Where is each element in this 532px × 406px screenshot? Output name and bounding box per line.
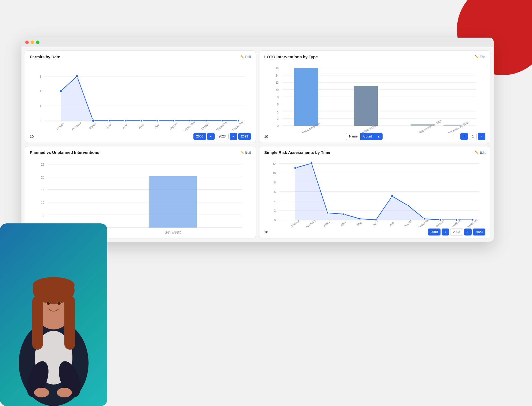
svg-text:May: May [122,123,128,129]
svg-rect-51 [294,68,318,126]
planned-card-header: Planned vs Unplanned Interventions ✏️ Ed… [30,150,251,155]
svg-text:April: April [340,220,346,227]
loto-edit-button[interactable]: ✏️ Edit [475,55,485,59]
traffic-light-close[interactable] [25,41,29,44]
permits-card-header: Permits by Date ✏️ Edit [30,55,251,59]
svg-text:6: 6 [274,190,276,194]
loto-next-button[interactable]: › [478,133,485,140]
svg-text:6: 6 [277,103,279,106]
svg-text:February: February [71,121,82,131]
svg-text:16: 16 [276,66,278,70]
simple-risk-chart-area: 0 2 4 6 8 10 12 [264,156,485,227]
permits-prev-button[interactable]: ‹ [207,133,215,140]
svg-point-11 [92,119,94,122]
permits-controls: 2000 ‹ 2023 › 2023 [193,133,251,140]
svg-point-93 [391,195,393,198]
svg-text:2: 2 [277,117,279,121]
person-container [0,223,107,406]
svg-text:March: March [323,220,331,227]
svg-point-17 [189,120,191,122]
svg-text:July: July [154,123,160,129]
simple-risk-title: Simple Risk Assessments by Time [264,150,330,155]
svg-text:July: July [389,220,394,227]
simple-risk-edit-button[interactable]: ✏️ Edit [475,151,485,154]
svg-point-88 [310,162,313,165]
loto-footer: 10 Name Count ▲ ‹ 1 › [264,133,485,140]
svg-text:August: August [403,219,412,227]
traffic-light-minimize[interactable] [31,41,34,44]
loto-interventions-card: LOTO Interventions by Type ✏️ Edit [259,50,490,143]
svg-point-19 [221,120,223,122]
permits-footer: 10 2000 ‹ 2023 › 2023 [30,133,251,140]
svg-text:20: 20 [41,175,44,179]
simple-risk-year-start-button[interactable]: 2000 [428,229,441,235]
simple-risk-count: 10 [264,230,268,234]
simple-risk-card: Simple Risk Assessments by Time ✏️ Edit [259,146,490,238]
svg-text:December: December [232,121,244,131]
svg-point-12 [108,120,110,122]
svg-text:June: June [138,123,144,129]
svg-point-87 [294,166,296,169]
loto-card-header: LOTO Interventions by Type ✏️ Edit [264,55,485,59]
simple-risk-prev-button[interactable]: ‹ [442,229,449,235]
svg-text:5: 5 [43,213,44,217]
sort-name-button[interactable]: Name [346,133,360,140]
svg-text:8: 8 [277,95,279,99]
permits-title: Permits by Date [30,55,60,59]
svg-point-15 [157,120,159,122]
svg-point-117 [33,277,75,293]
permits-year-start-button[interactable]: 2000 [193,133,206,140]
traffic-light-fullscreen[interactable] [36,41,39,44]
permits-next-button[interactable]: › [230,133,237,140]
svg-rect-116 [64,296,75,350]
person-figure [0,223,107,406]
svg-text:2: 2 [274,209,276,212]
loto-title: LOTO Interventions by Type [264,55,318,59]
loto-page-controls: ‹ 1 › [460,133,485,140]
permits-edit-button[interactable]: ✏️ Edit [240,55,251,59]
svg-text:12: 12 [276,81,278,84]
svg-text:12: 12 [273,162,276,165]
svg-text:January: January [56,121,65,131]
svg-point-13 [124,120,126,122]
svg-text:8: 8 [274,180,276,184]
svg-point-18 [205,120,207,122]
loto-edit-pencil-icon: ✏️ [475,55,479,59]
svg-text:4: 4 [277,110,279,113]
sort-count-button[interactable]: Count [360,133,375,140]
sort-direction-button[interactable]: ▲ [375,133,383,140]
planned-edit-button[interactable]: ✏️ Edit [240,151,251,154]
svg-point-121 [57,302,61,305]
svg-point-95 [424,218,425,220]
svg-point-125 [57,388,72,397]
svg-text:10: 10 [41,201,44,205]
simple-risk-year-end-button[interactable]: 2023 [473,229,485,235]
svg-text:August: August [169,122,178,130]
svg-text:June: June [372,220,379,227]
planned-title: Planned vs Unplanned Interventions [30,150,99,155]
svg-rect-52 [354,86,378,126]
svg-text:0: 0 [40,119,41,123]
permits-year-mid: 2023 [216,133,229,140]
svg-text:3: 3 [40,75,41,78]
svg-text:May: May [356,220,362,227]
simple-risk-svg: 0 2 4 6 8 10 12 [264,156,485,227]
svg-point-124 [34,388,49,397]
permits-by-date-card: Permits by Date ✏️ Edit 0 1 2 3 [25,50,256,143]
svg-text:10: 10 [276,88,278,92]
simple-risk-year-mid: 2023 [450,229,463,235]
loto-prev-button[interactable]: ‹ [460,133,468,140]
permits-count: 10 [30,135,34,139]
simple-risk-next-button[interactable]: › [464,229,472,235]
loto-count: 10 [264,135,268,139]
svg-point-9 [60,90,62,93]
svg-text:1: 1 [40,104,41,108]
simple-risk-edit-icon: ✏️ [475,151,479,154]
browser-titlebar [21,38,494,47]
permits-year-end-button[interactable]: 2023 [238,133,251,140]
svg-text:Non-Standard Intervention 12-s: Non-Standard Intervention 12-step [403,119,442,133]
svg-text:14: 14 [276,74,278,77]
svg-text:April: April [106,123,112,129]
loto-page-num: 1 [469,133,477,140]
svg-point-90 [343,213,345,215]
